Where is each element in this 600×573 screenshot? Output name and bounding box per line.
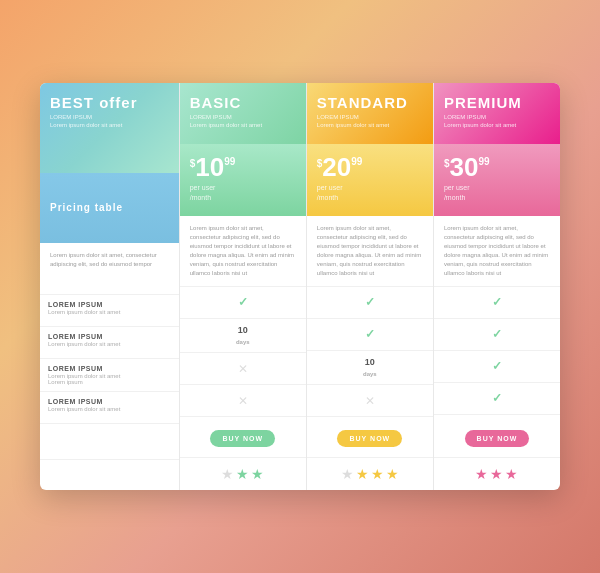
star-std-3: ★ [386,466,399,482]
plan-best-header: BEST offer LOREM IPSUMLorem ipsum dolor … [40,83,179,174]
feature-label-1: LOREM IPSUM [48,301,103,308]
plan-best-features: LOREM IPSUM Lorem ipsum dolor sit amet L… [40,295,179,424]
check-icon-std-2: ✓ [365,327,375,341]
price-cents-premium: 99 [478,156,489,167]
star-prem-3: ★ [505,466,518,482]
plan-best-stars [40,460,179,490]
price-amount-premium: 30 [449,154,478,180]
price-per-premium: per user/month [444,183,550,204]
star-basic-2: ★ [251,466,264,482]
price-row-basic: $ 10 99 [190,154,296,180]
price-amount-basic: 10 [195,154,224,180]
days-badge-basic: 10days [236,325,250,347]
pricing-label: Pricing table [50,202,169,213]
plan-standard: STANDARD LOREM IPSUMLorem ipsum dolor si… [307,83,434,491]
feature-sublabel-2: Lorem ipsum dolor sit amet [48,341,120,347]
plan-premium-header: PREMIUM LOREM IPSUMLorem ipsum dolor sit… [434,83,560,144]
price-row-standard: $ 20 99 [317,154,423,180]
feature-sublabel-4: Lorem ipsum dolor sit amet [48,406,120,412]
feature-row-3: LOREM IPSUM Lorem ipsum dolor sit ametLo… [40,359,179,392]
plan-standard-subtitle: LOREM IPSUMLorem ipsum dolor sit amet [317,113,423,130]
plan-premium-button-area: BUY NOW [434,417,560,458]
plan-best: BEST offer LOREM IPSUMLorem ipsum dolor … [40,83,180,491]
star-prem-1: ★ [475,466,488,482]
pricing-table: BEST offer LOREM IPSUMLorem ipsum dolor … [40,83,560,491]
feature-premium-4: ✓ [434,383,560,415]
feature-sublabel-3: Lorem ipsum dolor sit ametLorem ipsum [48,373,120,385]
check-icon-prem-1: ✓ [492,295,502,309]
check-icon-std-1: ✓ [365,295,375,309]
feature-label-4: LOREM IPSUM [48,398,103,405]
check-icon-prem-2: ✓ [492,327,502,341]
plan-basic-header: BASIC LOREM IPSUMLorem ipsum dolor sit a… [180,83,306,144]
plan-best-description: Lorem ipsum dolor sit amet, consectetur … [40,243,179,295]
feature-premium-2: ✓ [434,319,560,351]
star-basic-1: ★ [236,466,249,482]
feature-standard-4: ✕ [307,385,433,417]
plan-premium-subtitle: LOREM IPSUMLorem ipsum dolor sit amet [444,113,550,130]
price-cents-standard: 99 [351,156,362,167]
plan-basic-button-area: BUY NOW [180,417,306,458]
feature-basic-4: ✕ [180,385,306,417]
star-std-1: ★ [356,466,369,482]
star-basic-0: ★ [221,466,234,482]
plan-standard-stars: ★ ★ ★ ★ [307,458,433,490]
feature-row-4: LOREM IPSUM Lorem ipsum dolor sit amet [40,392,179,424]
check-icon: ✓ [238,295,248,309]
plan-basic-subtitle: LOREM IPSUMLorem ipsum dolor sit amet [190,113,296,130]
feature-basic-2: 10days [180,319,306,354]
cross-icon-basic-3: ✕ [238,362,248,376]
plan-premium-stars: ★ ★ ★ [434,458,560,490]
plan-standard-name: STANDARD [317,95,423,112]
plan-best-button-area [40,424,179,460]
plan-standard-description: Lorem ipsum dolor sit amet, consectetur … [307,216,433,287]
feature-standard-2: ✓ [307,319,433,351]
price-amount-standard: 20 [322,154,351,180]
cross-icon-std-4: ✕ [365,394,375,408]
plan-basic-name: BASIC [190,95,296,112]
check-icon-prem-4: ✓ [492,391,502,405]
feature-premium-3: ✓ [434,351,560,383]
cross-icon-basic-4: ✕ [238,394,248,408]
plan-basic-description: Lorem ipsum dolor sit amet, consectetur … [180,216,306,287]
days-label-standard: days [363,371,377,377]
feature-standard-3: 10days [307,351,433,386]
feature-basic-3: ✕ [180,353,306,385]
days-label-basic: days [236,339,250,345]
buy-button-basic[interactable]: BUY NOW [210,430,275,447]
plan-standard-button-area: BUY NOW [307,417,433,458]
feature-basic-1: ✓ [180,287,306,319]
feature-premium-1: ✓ [434,287,560,319]
days-badge-standard: 10days [363,357,377,379]
plan-basic-stars: ★ ★ ★ [180,458,306,490]
buy-button-premium[interactable]: BUY NOW [465,430,530,447]
price-cents-basic: 99 [224,156,235,167]
plan-standard-price-area: $ 20 99 per user/month [307,144,433,216]
feature-sublabel-1: Lorem ipsum dolor sit amet [48,309,120,315]
plan-basic: BASIC LOREM IPSUMLorem ipsum dolor sit a… [180,83,307,491]
plan-basic-features: ✓ 10days ✕ ✕ [180,287,306,418]
plan-best-subtitle: LOREM IPSUMLorem ipsum dolor sit amet [50,113,169,130]
plan-standard-header: STANDARD LOREM IPSUMLorem ipsum dolor si… [307,83,433,144]
feature-row-1: LOREM IPSUM Lorem ipsum dolor sit amet [40,295,179,327]
plan-premium-description: Lorem ipsum dolor sit amet, consectetur … [434,216,560,287]
star-prem-2: ★ [490,466,503,482]
check-icon-prem-3: ✓ [492,359,502,373]
plan-basic-price-area: $ 10 99 per user/month [180,144,306,216]
plan-premium: PREMIUM LOREM IPSUMLorem ipsum dolor sit… [434,83,560,491]
price-per-standard: per user/month [317,183,423,204]
star-std-0: ★ [341,466,354,482]
plan-best-name: BEST offer [50,95,169,112]
buy-button-standard[interactable]: BUY NOW [337,430,402,447]
feature-label-3: LOREM IPSUM [48,365,103,372]
plan-premium-features: ✓ ✓ ✓ ✓ [434,287,560,418]
feature-label-2: LOREM IPSUM [48,333,103,340]
feature-row-2: LOREM IPSUM Lorem ipsum dolor sit amet [40,327,179,359]
plan-best-price-area: Pricing table [40,173,179,243]
price-row-premium: $ 30 99 [444,154,550,180]
star-std-2: ★ [371,466,384,482]
plan-standard-features: ✓ ✓ 10days ✕ [307,287,433,418]
feature-standard-1: ✓ [307,287,433,319]
plan-premium-price-area: $ 30 99 per user/month [434,144,560,216]
plan-premium-name: PREMIUM [444,95,550,112]
